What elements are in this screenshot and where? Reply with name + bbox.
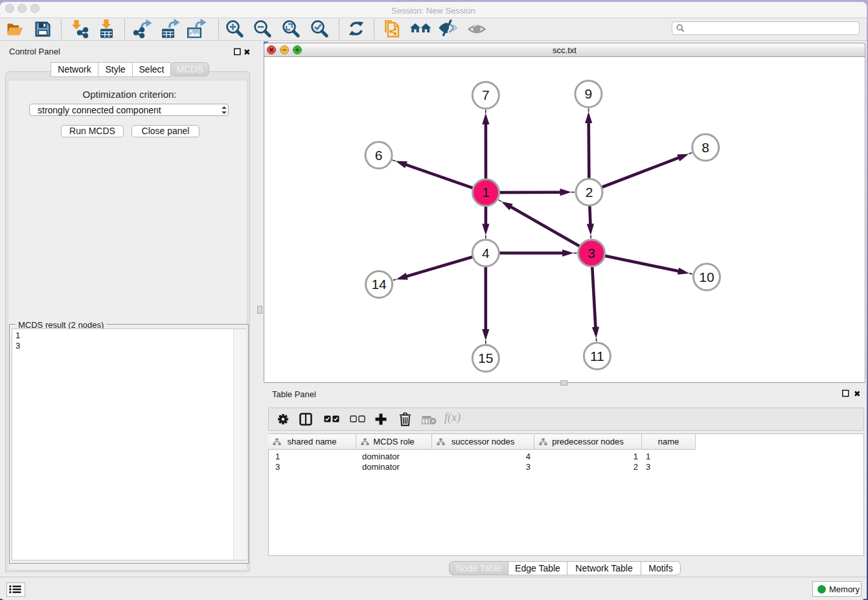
svg-text:2: 2 (586, 185, 593, 200)
svg-text:14: 14 (371, 277, 387, 292)
svg-text:10: 10 (699, 270, 714, 284)
svg-text:9: 9 (585, 86, 593, 101)
svg-text:3: 3 (588, 246, 595, 260)
svg-text:11: 11 (590, 349, 604, 363)
svg-text:15: 15 (478, 351, 493, 365)
svg-text:4: 4 (482, 246, 490, 260)
svg-text:7: 7 (482, 87, 490, 102)
svg-text:6: 6 (375, 148, 383, 163)
svg-text:8: 8 (702, 140, 709, 155)
svg-text:1: 1 (482, 185, 490, 200)
